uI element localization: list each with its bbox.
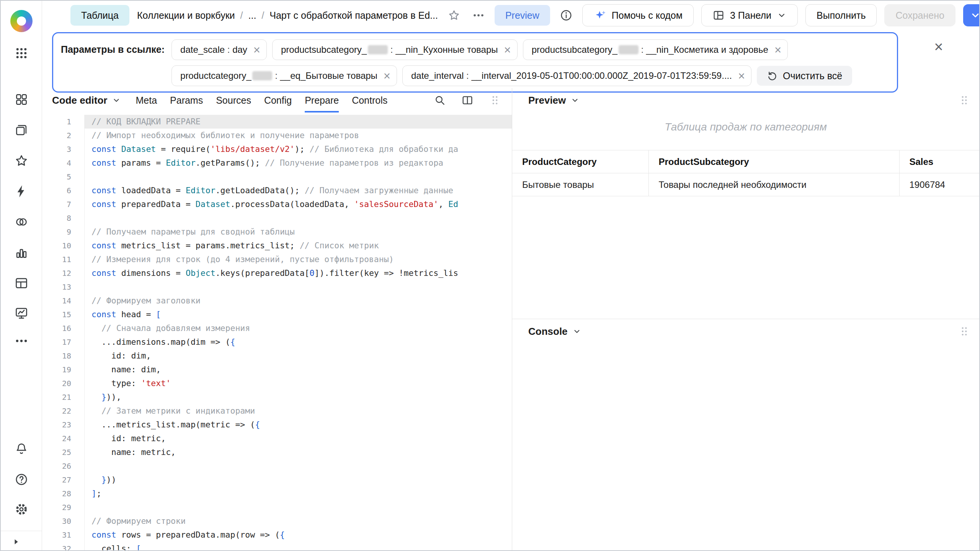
- clear-all-button[interactable]: Очистить всё: [757, 66, 852, 86]
- favorite-star-icon[interactable]: [446, 7, 462, 24]
- code-line[interactable]: 28];: [42, 487, 512, 500]
- favorites-icon[interactable]: [14, 153, 29, 168]
- code-editor[interactable]: 1// КОД ВКЛАДКИ PREPARE2// Импорт необхо…: [42, 112, 512, 550]
- datalens-logo-icon[interactable]: [10, 10, 33, 32]
- param-chip[interactable]: date_scale : day×: [172, 39, 267, 60]
- sidebar-more-icon[interactable]: [14, 333, 29, 349]
- code-line[interactable]: 23 ...metrics_list.map(metric => ({: [42, 418, 512, 432]
- code-line[interactable]: 9// Получаем параметры для сводной табли…: [42, 225, 512, 239]
- code-line[interactable]: 20 type: 'text': [42, 377, 512, 390]
- code-line[interactable]: 11// Измерения для строк (до 4 измерений…: [42, 253, 512, 266]
- code-line[interactable]: 29: [42, 500, 512, 514]
- notifications-icon[interactable]: [14, 441, 29, 456]
- param-chip[interactable]: productsubcategory_ : __nin_Косметика и …: [523, 39, 788, 60]
- datasets-icon[interactable]: [14, 214, 29, 230]
- code-line[interactable]: 16 // Сначала добавляем измерения: [42, 321, 512, 335]
- editor-pane: Code editor MetaParamsSourcesConfigPrepa…: [42, 88, 512, 550]
- code-line[interactable]: 5: [42, 170, 512, 184]
- dashboards-icon[interactable]: [14, 92, 29, 107]
- saved-button[interactable]: Сохранено: [884, 4, 955, 26]
- code-line[interactable]: 4const params = Editor.getParams(); // П…: [42, 156, 512, 170]
- param-chip-value: __nin_Кухонные товары: [395, 44, 498, 55]
- code-line[interactable]: 32 cells: [: [42, 542, 512, 550]
- tab-prepare[interactable]: Prepare: [305, 88, 339, 112]
- code-line[interactable]: 21 })),: [42, 390, 512, 404]
- line-number: 12: [42, 266, 84, 280]
- code-line[interactable]: 15const head = [: [42, 308, 512, 321]
- breadcrumb-item[interactable]: Коллекции и воркбуки: [137, 10, 235, 21]
- panels-button[interactable]: 3 Панели: [701, 4, 798, 26]
- editor-toolbar: [431, 92, 503, 109]
- code-line[interactable]: 7const preparedData = Dataset.processDat…: [42, 197, 512, 211]
- line-number: 24: [42, 432, 84, 445]
- code-line-content: // Измерения для строк (до 4 измерений, …: [84, 253, 512, 266]
- code-line[interactable]: 12const dimensions = Object.keys(prepare…: [42, 266, 512, 280]
- console-panel-select[interactable]: Console: [528, 326, 581, 337]
- monitoring-icon[interactable]: [14, 305, 29, 321]
- code-line[interactable]: 22 // Затем метрики с индикаторами: [42, 404, 512, 418]
- info-icon[interactable]: [558, 7, 575, 24]
- params-toggle-button[interactable]: [963, 4, 980, 26]
- help-with-code-button[interactable]: Помочь с кодом: [582, 4, 694, 26]
- chip-remove-icon[interactable]: ×: [253, 44, 260, 56]
- chip-remove-icon[interactable]: ×: [384, 70, 390, 82]
- code-line-content: })): [84, 473, 512, 487]
- search-icon[interactable]: [431, 92, 448, 109]
- param-chip-value: __interval_2019-05-01T00:00:00.000Z_2019…: [471, 70, 732, 81]
- param-chip[interactable]: productsubcategory_ : __nin_Кухонные тов…: [272, 39, 518, 60]
- preview-panel-select[interactable]: Preview: [528, 95, 580, 106]
- tab-config[interactable]: Config: [264, 88, 292, 112]
- params-close-icon[interactable]: ×: [898, 30, 979, 54]
- drag-handle-icon[interactable]: [960, 326, 969, 337]
- code-line[interactable]: 3const Dataset = require('libs/dataset/v…: [42, 142, 512, 156]
- code-line[interactable]: 8: [42, 211, 512, 225]
- code-line[interactable]: 25 name: metric,: [42, 445, 512, 459]
- drag-handle-icon[interactable]: [487, 92, 503, 109]
- more-menu-icon[interactable]: [470, 7, 487, 24]
- editor-bolt-icon[interactable]: [14, 184, 29, 199]
- code-line-content: // Формируем заголовки: [84, 294, 512, 308]
- tab-meta[interactable]: Meta: [136, 88, 157, 112]
- charts-icon[interactable]: [14, 245, 29, 260]
- code-line[interactable]: 31const rows = preparedData.map(row => (…: [42, 528, 512, 542]
- editor-mode-select[interactable]: Code editor: [52, 95, 121, 106]
- collections-icon[interactable]: [14, 122, 29, 138]
- code-line-content: [84, 459, 512, 473]
- code-line[interactable]: 14// Формируем заголовки: [42, 294, 512, 308]
- code-token: = require(: [156, 144, 210, 154]
- param-chip[interactable]: productcategory_ : __eq_Бытовые товары×: [172, 65, 397, 86]
- line-number: 8: [42, 211, 84, 225]
- chip-remove-icon[interactable]: ×: [774, 44, 781, 56]
- tab-params[interactable]: Params: [170, 88, 203, 112]
- code-line[interactable]: 2// Импорт необходимых библиотек и получ…: [42, 129, 512, 142]
- chip-remove-icon[interactable]: ×: [504, 44, 511, 56]
- code-line-content: ...dimensions.map(dim => ({: [84, 335, 512, 349]
- code-line[interactable]: 24 id: metric,: [42, 432, 512, 445]
- help-icon[interactable]: [14, 472, 29, 487]
- sidebar-collapse-icon[interactable]: [11, 536, 21, 547]
- apps-grid-icon[interactable]: [14, 46, 29, 61]
- param-chip[interactable]: date_interval : __interval_2019-05-01T00…: [402, 65, 751, 86]
- breadcrumb-item[interactable]: ...: [248, 10, 256, 21]
- view-tab-chip[interactable]: Таблица: [70, 5, 129, 26]
- tab-sources[interactable]: Sources: [216, 88, 251, 112]
- drag-handle-icon[interactable]: [960, 95, 969, 106]
- code-line[interactable]: 18 id: dim,: [42, 349, 512, 363]
- preview-mode-chip[interactable]: Preview: [495, 5, 550, 26]
- code-line[interactable]: 10const metrics_list = params.metrics_li…: [42, 239, 512, 253]
- settings-gear-icon[interactable]: [14, 502, 29, 517]
- chip-remove-icon[interactable]: ×: [738, 70, 745, 82]
- code-line[interactable]: 13: [42, 280, 512, 294]
- split-view-icon[interactable]: [459, 92, 476, 109]
- code-line[interactable]: 19 name: dim,: [42, 363, 512, 377]
- code-line-content: type: 'text': [84, 377, 512, 390]
- code-line[interactable]: 26: [42, 459, 512, 473]
- code-line[interactable]: 1// КОД ВКЛАДКИ PREPARE: [42, 115, 512, 129]
- tables-icon[interactable]: [14, 276, 29, 291]
- code-line[interactable]: 27 })): [42, 473, 512, 487]
- code-line[interactable]: 6const loadedData = Editor.getLoadedData…: [42, 184, 512, 197]
- tab-controls[interactable]: Controls: [352, 88, 387, 112]
- run-button[interactable]: Выполнить: [805, 4, 877, 26]
- code-line[interactable]: 17 ...dimensions.map(dim => ({: [42, 335, 512, 349]
- code-line[interactable]: 30// Формируем строки: [42, 514, 512, 528]
